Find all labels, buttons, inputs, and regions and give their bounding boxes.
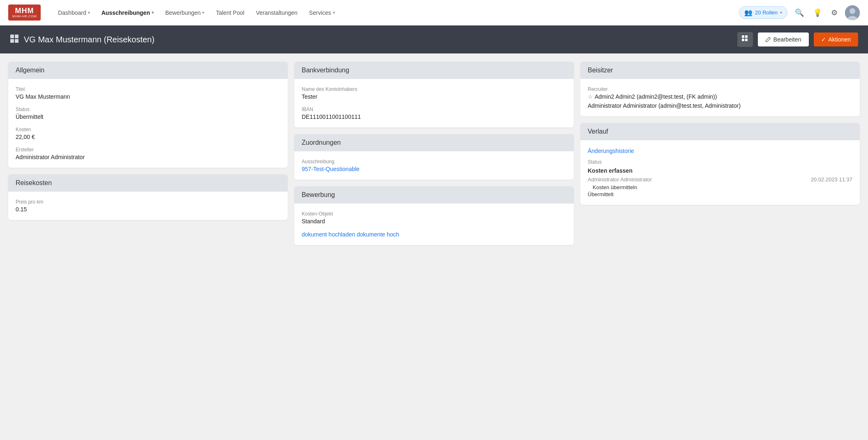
nav-right: 👥 20 Rollen ▾ 🔍 💡 ⚙ [739, 5, 860, 20]
verlauf-user: Administrator Administrator [588, 176, 652, 183]
nav-services-chevron: ▾ [333, 10, 335, 15]
allgemein-status-field: Status Übermittelt [16, 107, 280, 120]
svg-rect-9 [742, 39, 744, 41]
nav-ausschreibungen-chevron: ▾ [152, 10, 154, 15]
reisekosten-preis-label: Preis pro km [16, 199, 280, 205]
verlauf-entry: Administrator Administrator 20.02.2023 1… [588, 176, 852, 183]
verlauf-result: Übermittelt [588, 191, 852, 197]
nav-veranstaltungen[interactable]: Veranstaltungen [251, 6, 302, 19]
allgemein-status-label: Status [16, 107, 280, 112]
bank-iban-label: IBAN [302, 107, 566, 112]
roles-chevron: ▾ [780, 10, 782, 15]
reisekosten-body: Preis pro km 0.15 [8, 192, 288, 220]
bewerbung-kosten-value: Standard [302, 218, 566, 225]
zuordnungen-body: Ausschreibung 957-Test-Questionable [294, 151, 574, 180]
nav-talent-pool[interactable]: Talent Pool [211, 6, 249, 19]
bearbeiten-button[interactable]: Bearbeiten [758, 32, 809, 46]
zuordnungen-card: Zuordnungen Ausschreibung 957-Test-Quest… [294, 134, 574, 180]
recruiter-entry-2: Administrator Administrator (admin@test.… [588, 102, 852, 109]
aktionen-label: Aktionen [829, 36, 851, 43]
nav-ausschreibungen[interactable]: Ausschreibungen ▾ [97, 6, 159, 19]
verlauf-body: Änderungshistorie Status Kosten erfassen… [580, 140, 860, 205]
search-icon[interactable]: 🔍 [793, 7, 806, 19]
column-2: Bankverbindung Name des Kontoinhabers Te… [294, 62, 574, 245]
bank-kontoinhaber-field: Name des Kontoinhabers Tester [302, 86, 566, 100]
bearbeiten-label: Bearbeiten [773, 36, 801, 43]
roles-icon: 👥 [744, 9, 753, 16]
bank-kontoinhaber-value: Tester [302, 93, 566, 100]
recruiter-label: Recruiter [588, 86, 852, 92]
page-header-icon [10, 34, 19, 45]
verlauf-action: Kosten übermitteln [588, 184, 852, 190]
logo[interactable]: MHM MHM-HR.COM [8, 5, 41, 21]
nav-dashboard-chevron: ▾ [88, 10, 90, 15]
grid-view-button[interactable] [737, 32, 753, 47]
svg-rect-4 [15, 35, 18, 38]
verlauf-header: Verlauf [580, 123, 860, 140]
allgemein-kosten-value: 22,00 € [16, 134, 280, 140]
beisitzer-body: Recruiter ☆ Admin2 Admin2 (admin2@test.t… [580, 79, 860, 116]
bank-iban-value: DE1110011001100111 [302, 113, 566, 120]
svg-rect-7 [742, 35, 744, 38]
allgemein-titel-value: VG Max Mustermann [16, 93, 280, 100]
recruiter-1-value: Admin2 Admin2 (admin2@test.test, (FK adm… [595, 93, 717, 100]
nav-bewerbungen-chevron: ▾ [202, 10, 204, 15]
svg-rect-5 [10, 39, 14, 43]
nav-bewerbungen[interactable]: Bewerbungen ▾ [160, 6, 209, 19]
nav-dashboard[interactable]: Dashboard ▾ [53, 6, 95, 19]
bank-iban-field: IBAN DE1110011001100111 [302, 107, 566, 120]
nav-bewerbungen-label: Bewerbungen [165, 9, 201, 16]
bewerbung-dokument-field: dokument hochladen dokumente hoch [302, 231, 566, 238]
nav-services[interactable]: Services ▾ [304, 6, 340, 19]
bewerbung-header: Bewerbung [294, 186, 574, 204]
allgemein-titel-field: Titel VG Max Mustermann [16, 86, 280, 100]
nav-ausschreibungen-label: Ausschreibungen [102, 9, 150, 16]
logo-bottom: MHM-HR.COM [12, 14, 37, 18]
allgemein-ersteller-label: Ersteller [16, 147, 280, 153]
roles-button[interactable]: 👥 20 Rollen ▾ [739, 6, 787, 19]
reisekosten-preis-value: 0.15 [16, 206, 280, 213]
recruiter-entry-1: ☆ Admin2 Admin2 (admin2@test.test, (FK a… [588, 93, 852, 100]
bewerbung-dokument-link[interactable]: dokument hochladen dokumente hoch [302, 231, 566, 238]
nav-items: Dashboard ▾ Ausschreibungen ▾ Bewerbunge… [53, 6, 739, 19]
settings-icon[interactable]: ⚙ [829, 7, 839, 19]
roles-label: 20 Rollen [755, 9, 778, 16]
aktionen-chevron: ✓ [821, 36, 826, 43]
bewerbung-card: Bewerbung Kosten-Objekt Standard dokumen… [294, 186, 574, 245]
verlauf-status-title: Kosten erfassen [588, 167, 852, 174]
allgemein-titel-label: Titel [16, 86, 280, 92]
reisekosten-header: Reisekosten [8, 174, 288, 192]
zuordnungen-header: Zuordnungen [294, 134, 574, 151]
main-content: Allgemein Titel VG Max Mustermann Status… [0, 53, 868, 253]
reisekosten-preis-field: Preis pro km 0.15 [16, 199, 280, 213]
page-header-left: VG Max Mustermann (Reisekosten) [10, 34, 155, 45]
aenderungshistorie-link[interactable]: Änderungshistorie [588, 148, 634, 154]
zuordnungen-ausschreibung-link[interactable]: 957-Test-Questionable [302, 166, 566, 172]
nav-dashboard-label: Dashboard [58, 9, 86, 16]
svg-point-1 [850, 8, 855, 14]
beisitzer-card: Beisitzer Recruiter ☆ Admin2 Admin2 (adm… [580, 62, 860, 116]
svg-rect-6 [15, 39, 18, 43]
user-avatar[interactable] [845, 5, 860, 20]
nav-veranstaltungen-label: Veranstaltungen [256, 9, 298, 16]
allgemein-ersteller-value: Administrator Administrator [16, 154, 280, 160]
bankverbindung-header: Bankverbindung [294, 62, 574, 79]
edit-icon [765, 37, 771, 42]
svg-rect-8 [745, 35, 748, 38]
nav-talent-pool-label: Talent Pool [216, 9, 244, 16]
allgemein-kosten-label: Kosten [16, 127, 280, 132]
zuordnungen-ausschreibung-field: Ausschreibung 957-Test-Questionable [302, 159, 566, 172]
svg-rect-3 [10, 35, 14, 38]
aktionen-button[interactable]: ✓ Aktionen [814, 32, 858, 46]
page-header-right: Bearbeiten ✓ Aktionen [737, 32, 858, 47]
allgemein-header: Allgemein [8, 62, 288, 79]
bewerbung-kosten-field: Kosten-Objekt Standard [302, 211, 566, 225]
bankverbindung-card: Bankverbindung Name des Kontoinhabers Te… [294, 62, 574, 127]
beisitzer-header: Beisitzer [580, 62, 860, 79]
navbar: MHM MHM-HR.COM Dashboard ▾ Ausschreibung… [0, 0, 868, 25]
logo-top: MHM [15, 7, 34, 14]
help-icon[interactable]: 💡 [811, 7, 824, 19]
bank-kontoinhaber-label: Name des Kontoinhabers [302, 86, 566, 92]
bankverbindung-body: Name des Kontoinhabers Tester IBAN DE111… [294, 79, 574, 127]
bewerbung-kosten-label: Kosten-Objekt [302, 211, 566, 217]
